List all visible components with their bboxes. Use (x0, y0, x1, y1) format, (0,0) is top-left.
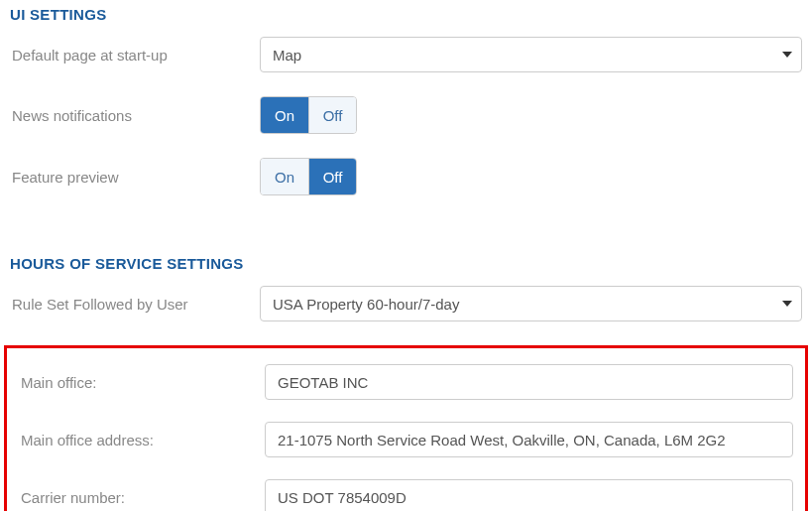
feature-preview-row: Feature preview On Off (10, 158, 802, 195)
feature-preview-off-button[interactable]: Off (308, 159, 356, 194)
default-page-select[interactable]: Map (260, 37, 802, 72)
news-notifications-label: News notifications (10, 107, 260, 124)
default-page-label: Default page at start-up (10, 47, 260, 64)
feature-preview-label: Feature preview (10, 169, 260, 186)
rule-set-select[interactable]: USA Property 60-hour/7-day (260, 286, 802, 321)
rule-set-label: Rule Set Followed by User (10, 296, 260, 313)
news-notifications-toggle: On Off (260, 96, 357, 134)
hos-settings-header: HOURS OF SERVICE SETTINGS (10, 255, 802, 272)
default-page-control: Map (260, 37, 802, 72)
default-page-row: Default page at start-up Map (10, 37, 802, 72)
main-office-address-input[interactable] (265, 422, 793, 457)
news-notifications-on-button[interactable]: On (261, 97, 308, 133)
main-office-address-label: Main office address: (15, 432, 265, 448)
main-office-address-row: Main office address: (15, 422, 797, 457)
main-office-label: Main office: (15, 374, 265, 391)
feature-preview-toggle: On Off (260, 158, 357, 195)
carrier-number-input[interactable] (265, 479, 793, 511)
carrier-number-row: Carrier number: (15, 479, 797, 511)
ui-settings-header: UI SETTINGS (10, 6, 802, 23)
main-office-input[interactable] (265, 364, 793, 400)
news-notifications-row: News notifications On Off (10, 96, 802, 134)
highlighted-fields-box: Main office: Main office address: Carrie… (4, 345, 808, 511)
carrier-number-label: Carrier number: (15, 489, 265, 506)
main-office-row: Main office: (15, 364, 797, 400)
rule-set-row: Rule Set Followed by User USA Property 6… (10, 286, 802, 321)
news-notifications-off-button[interactable]: Off (308, 97, 356, 133)
feature-preview-on-button[interactable]: On (261, 159, 308, 194)
